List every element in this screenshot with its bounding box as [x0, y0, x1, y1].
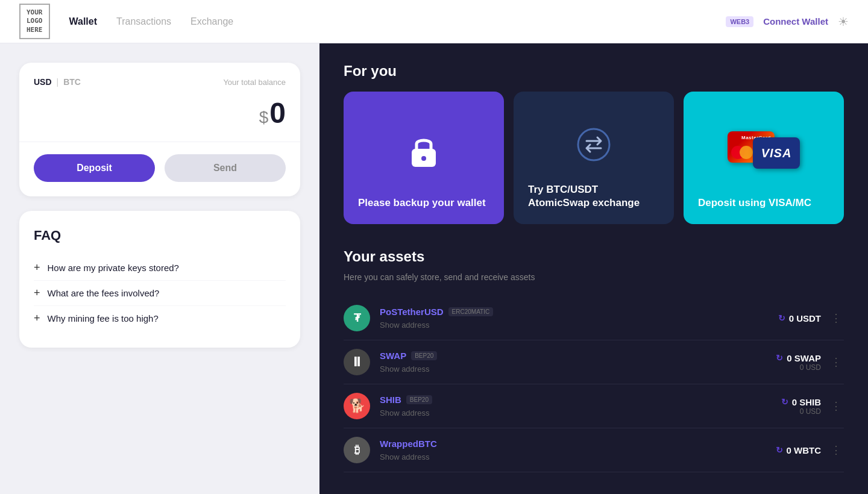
header: YOURLOGOHERE Wallet Transactions Exchang…: [0, 0, 868, 43]
currency-btc[interactable]: BTC: [63, 77, 81, 87]
refresh-icon-swap[interactable]: ↻: [776, 353, 783, 363]
web3-badge: WEB3: [726, 16, 753, 27]
assets-subtitle: Here you can safely store, send and rece…: [344, 272, 844, 282]
asset-amount-value-shib: 0 SHIB: [792, 397, 821, 407]
faq-item-2[interactable]: + What are the fees involved?: [34, 280, 286, 305]
nav-transactions[interactable]: Transactions: [116, 16, 171, 27]
currency-divider: |: [57, 77, 59, 87]
asset-icon-shib: 🐕: [344, 393, 370, 419]
balance-value: 0: [269, 97, 286, 129]
faq-card: FAQ + How are my private keys stored? + …: [19, 211, 300, 348]
asset-address-wbtc[interactable]: Show address: [380, 452, 429, 461]
asset-address-shib[interactable]: Show address: [380, 408, 429, 417]
logo: YOURLOGOHERE: [19, 4, 50, 39]
faq-text-2: What are the fees involved?: [48, 288, 160, 298]
asset-icon-usdt: ₮: [344, 305, 370, 331]
promo-card-backup[interactable]: Please backup your wallet: [344, 92, 504, 224]
asset-balance-shib: ↻ 0 SHIB 0 USD: [781, 397, 821, 416]
currency-tabs: USD | BTC: [34, 77, 81, 87]
asset-amount-value-usdt: 0 USDT: [789, 313, 821, 324]
swap-icon: [577, 128, 611, 161]
promo-card-swap[interactable]: Try BTC/USDT AtomicSwap exchange: [514, 92, 674, 224]
lock-icon: [404, 132, 443, 170]
more-options-wbtc[interactable]: ⋮: [828, 441, 844, 459]
faq-plus-icon-3: +: [34, 312, 40, 325]
faq-text-1: How are my private keys stored?: [48, 263, 179, 273]
asset-row-usdt[interactable]: ₮ PoSTetherUSD ERC20MATIC Show address ↻…: [344, 296, 844, 340]
asset-name-swap: SWAP: [380, 351, 406, 361]
asset-info-wbtc: WrappedBTC Show address: [380, 439, 776, 462]
header-right: WEB3 Connect Wallet ☀: [726, 14, 849, 29]
promo-card-visa[interactable]: MasterCard VISA De: [684, 92, 844, 224]
asset-info-usdt: PoSTetherUSD ERC20MATIC Show address: [380, 307, 778, 330]
svg-point-3: [578, 129, 609, 160]
deposit-button[interactable]: Deposit: [34, 154, 155, 182]
total-balance-label: Your total balance: [223, 78, 286, 87]
faq-item-1[interactable]: + How are my private keys stored?: [34, 255, 286, 280]
asset-name-wbtc: WrappedBTC: [380, 439, 437, 449]
balance-amount: $0: [34, 96, 286, 130]
faq-title: FAQ: [34, 228, 286, 243]
asset-name-usdt: PoSTetherUSD: [380, 307, 444, 317]
main-content: USD | BTC Your total balance $0 Deposit …: [0, 43, 868, 494]
asset-icon-wbtc: ₿: [344, 437, 370, 463]
nav-exchange[interactable]: Exchange: [190, 16, 233, 27]
asset-row-swap[interactable]: ⏸ SWAP BEP20 Show address ↻ 0 SWAP 0 USD…: [344, 340, 844, 384]
nav-wallet[interactable]: Wallet: [69, 16, 98, 27]
right-panel: For you Please backup your wallet: [319, 43, 868, 494]
refresh-icon-usdt[interactable]: ↻: [778, 313, 785, 323]
asset-row-wbtc[interactable]: ₿ WrappedBTC Show address ↻ 0 WBTC ⋮: [344, 428, 844, 472]
asset-badge-usdt: ERC20MATIC: [448, 307, 494, 316]
promo-cards: Please backup your wallet Try BTC/USDT A…: [344, 92, 844, 224]
balance-top: USD | BTC Your total balance: [34, 77, 286, 87]
more-options-shib[interactable]: ⋮: [828, 397, 844, 415]
asset-info-swap: SWAP BEP20 Show address: [380, 351, 776, 374]
backup-card-title: Please backup your wallet: [358, 196, 486, 210]
asset-balance-wbtc: ↻ 0 WBTC: [776, 445, 822, 455]
theme-toggle-icon[interactable]: ☀: [838, 14, 849, 29]
asset-info-shib: SHIB BEP20 Show address: [380, 395, 781, 418]
main-nav: Wallet Transactions Exchange: [69, 16, 234, 27]
asset-usd-swap: 0 USD: [776, 363, 821, 372]
asset-icon-swap: ⏸: [344, 349, 370, 375]
asset-usd-shib: 0 USD: [781, 407, 821, 416]
currency-usd[interactable]: USD: [34, 77, 52, 87]
more-options-swap[interactable]: ⋮: [828, 353, 844, 371]
asset-address-swap[interactable]: Show address: [380, 364, 429, 374]
refresh-icon-shib[interactable]: ↻: [781, 397, 788, 407]
asset-balance-swap: ↻ 0 SWAP 0 USD: [776, 353, 821, 372]
asset-badge-swap: BEP20: [411, 351, 437, 360]
asset-address-usdt[interactable]: Show address: [380, 320, 429, 330]
asset-badge-shib: BEP20: [406, 395, 432, 404]
visa-card-title: Deposit using VISA/MC: [698, 196, 811, 210]
more-options-usdt[interactable]: ⋮: [828, 309, 844, 327]
asset-name-shib: SHIB: [380, 395, 401, 405]
swap-card-title: Try BTC/USDT AtomicSwap exchange: [528, 183, 659, 210]
faq-plus-icon-2: +: [34, 287, 40, 299]
svg-point-2: [421, 156, 426, 161]
left-panel: USD | BTC Your total balance $0 Deposit …: [0, 43, 319, 494]
connect-wallet-button[interactable]: Connect Wallet: [763, 16, 828, 27]
dollar-sign: $: [259, 108, 269, 127]
assets-title: Your assets: [344, 248, 844, 265]
balance-card: USD | BTC Your total balance $0 Deposit …: [19, 63, 300, 196]
balance-divider: [19, 142, 300, 142]
send-button[interactable]: Send: [165, 154, 286, 182]
balance-actions: Deposit Send: [34, 154, 286, 182]
faq-plus-icon-1: +: [34, 261, 40, 274]
asset-row-shib[interactable]: 🐕 SHIB BEP20 Show address ↻ 0 SHIB 0 USD…: [344, 384, 844, 428]
faq-text-3: Why mining fee is too high?: [48, 313, 159, 324]
asset-balance-usdt: ↻ 0 USDT: [778, 313, 821, 324]
faq-item-3[interactable]: + Why mining fee is too high?: [34, 305, 286, 331]
refresh-icon-wbtc[interactable]: ↻: [776, 445, 783, 455]
asset-amount-value-wbtc: 0 WBTC: [787, 445, 822, 455]
asset-amount-value-swap: 0 SWAP: [787, 353, 821, 363]
for-you-title: For you: [344, 63, 844, 80]
